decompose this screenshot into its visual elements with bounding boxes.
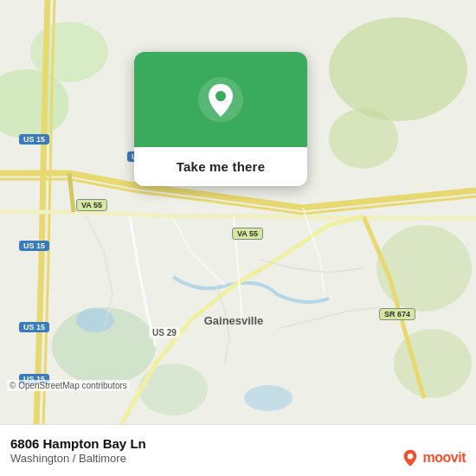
- svg-point-4: [30, 22, 108, 82]
- moovit-logo: moovit: [401, 448, 466, 467]
- us15-badge-2: US 15: [19, 241, 49, 251]
- svg-point-14: [407, 453, 412, 459]
- popup-card: Take me there: [134, 52, 307, 186]
- city-text: Washington / Baltimore: [10, 452, 466, 465]
- location-pin-icon: [198, 77, 243, 122]
- sr674-badge: SR 674: [379, 308, 415, 320]
- map-container: Gainesville US 15 US 15 US 15 US 15 US 5…: [0, 0, 476, 424]
- svg-point-1: [329, 17, 467, 121]
- svg-point-13: [215, 91, 226, 101]
- svg-point-2: [329, 108, 398, 169]
- us15-badge-1: US 15: [19, 134, 49, 145]
- us15-badge-3: US 15: [19, 322, 49, 332]
- moovit-pin-icon: [401, 448, 420, 467]
- popup-header: [134, 52, 307, 147]
- moovit-text: moovit: [423, 450, 466, 466]
- va55-badge-1: VA 55: [76, 199, 107, 211]
- svg-point-5: [376, 225, 472, 312]
- va55-badge-2: VA 55: [232, 228, 263, 240]
- svg-text:Gainesville: Gainesville: [204, 314, 264, 327]
- bottom-bar: 6806 Hampton Bay Ln Washington / Baltimo…: [0, 424, 476, 476]
- take-me-there-button[interactable]: Take me there: [134, 147, 307, 186]
- address-text: 6806 Hampton Bay Ln: [10, 436, 466, 451]
- svg-point-10: [244, 385, 293, 411]
- map-attribution: © OpenStreetMap contributors: [7, 380, 130, 391]
- us29-label: US 29: [149, 327, 180, 338]
